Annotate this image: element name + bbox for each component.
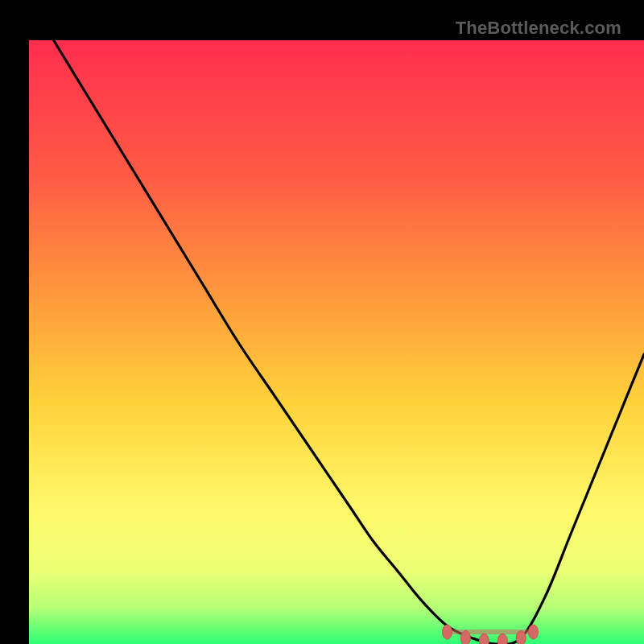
optimal-marker (516, 631, 526, 645)
optimal-marker (528, 625, 538, 639)
optimal-marker (460, 631, 470, 645)
optimal-marker (443, 625, 452, 639)
bottleneck-chart (29, 40, 644, 644)
optimal-marker (479, 634, 489, 644)
gradient-background (29, 40, 644, 644)
chart-frame: TheBottleneck.com (14, 14, 630, 630)
optimal-marker (497, 634, 507, 644)
watermark-text: TheBottleneck.com (456, 18, 621, 39)
